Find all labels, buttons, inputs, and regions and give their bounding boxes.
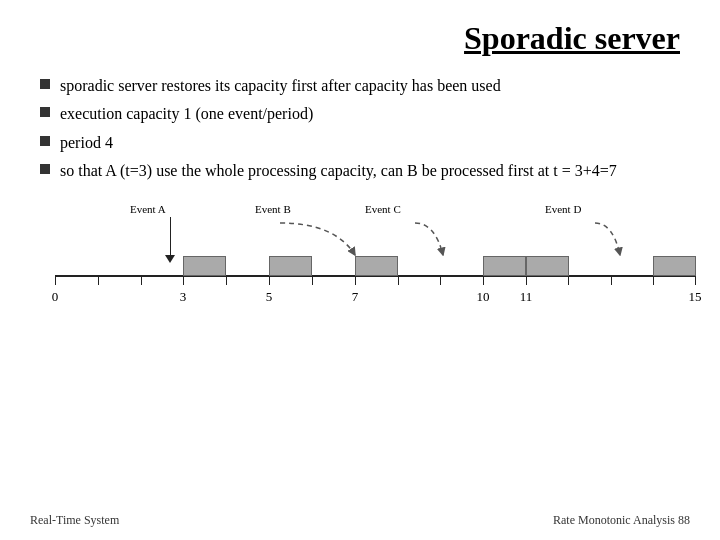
footer: Real-Time System Rate Monotonic Analysis…: [0, 513, 720, 528]
tick-14: [653, 275, 654, 285]
list-item: so that A (t=3) use the whole processing…: [40, 160, 690, 182]
page: Sporadic server sporadic server restores…: [0, 0, 720, 540]
bullet-text: execution capacity 1 (one event/period): [60, 103, 313, 125]
bullet-icon: [40, 136, 50, 146]
tick-1: [98, 275, 99, 285]
tick-4: [226, 275, 227, 285]
tick-label-7: 7: [352, 289, 359, 305]
list-item: sporadic server restores its capacity fi…: [40, 75, 690, 97]
list-item: period 4: [40, 132, 690, 154]
tick-6: [312, 275, 313, 285]
bullet-text: period 4: [60, 132, 113, 154]
tick-label-10: 10: [477, 289, 490, 305]
tick-2: [141, 275, 142, 285]
tick-label-11: 11: [520, 289, 533, 305]
tick-13: [611, 275, 612, 285]
block-1: [183, 256, 226, 276]
block-6: [653, 256, 696, 276]
bullet-icon: [40, 79, 50, 89]
bullet-text: so that A (t=3) use the whole processing…: [60, 160, 617, 182]
bullet-list: sporadic server restores its capacity fi…: [40, 75, 690, 183]
block-2: [269, 256, 312, 276]
tick-0: [55, 275, 56, 285]
tick-3: [183, 275, 184, 285]
bullet-text: sporadic server restores its capacity fi…: [60, 75, 501, 97]
tick-9: [440, 275, 441, 285]
event-b-label: Event B: [255, 203, 291, 215]
bullet-icon: [40, 107, 50, 117]
event-a-label: Event A: [130, 203, 166, 215]
diagram: Event A Event B Event C: [35, 203, 715, 333]
tick-label-5: 5: [266, 289, 273, 305]
tick-11: [526, 275, 527, 285]
tick-10: [483, 275, 484, 285]
footer-left: Real-Time System: [30, 513, 119, 528]
list-item: execution capacity 1 (one event/period): [40, 103, 690, 125]
tick-8: [398, 275, 399, 285]
block-4: [483, 256, 526, 276]
tick-15: [695, 275, 696, 285]
event-d-label: Event D: [545, 203, 581, 215]
footer-right: Rate Monotonic Analysis 88: [553, 513, 690, 528]
block-3: [355, 256, 398, 276]
tick-5: [269, 275, 270, 285]
bullet-icon: [40, 164, 50, 174]
tick-7: [355, 275, 356, 285]
page-title: Sporadic server: [30, 20, 690, 57]
tick-12: [568, 275, 569, 285]
tick-label-0: 0: [52, 289, 59, 305]
block-5: [526, 256, 569, 276]
tick-label-15: 15: [689, 289, 702, 305]
tick-label-3: 3: [180, 289, 187, 305]
event-c-label: Event C: [365, 203, 401, 215]
